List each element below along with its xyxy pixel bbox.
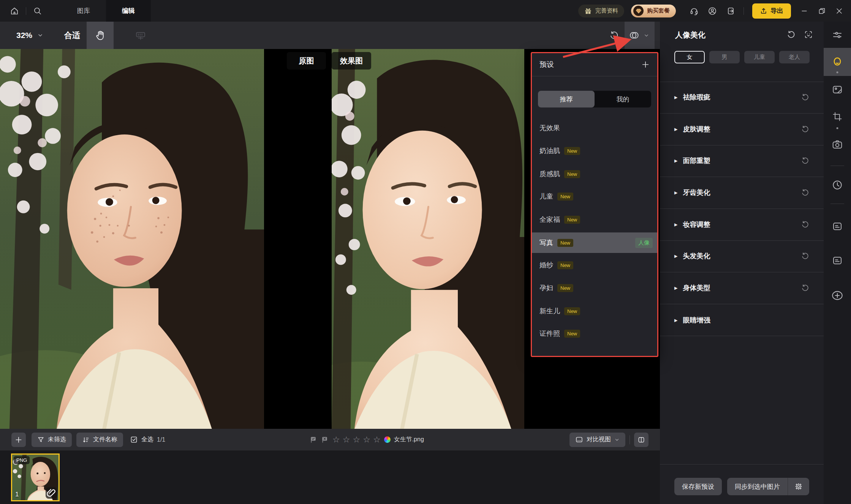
section-reset-icon[interactable]	[801, 125, 809, 133]
camera-raw-tool-button[interactable]	[824, 131, 851, 158]
ruler-icon	[134, 29, 147, 42]
split-view-button[interactable]	[634, 433, 649, 447]
preset-item-child[interactable]: 儿童New	[532, 186, 657, 207]
portrait-beauty-tool-button[interactable]	[824, 48, 851, 76]
star-icon[interactable]: ☆	[353, 435, 360, 445]
complete-profile-button[interactable]: 完善资料	[578, 5, 624, 17]
zoom-level-control[interactable]: 32%	[16, 31, 43, 40]
preset-item-portrait-photo[interactable]: 写真New人像	[532, 232, 657, 253]
home-icon	[10, 6, 19, 16]
star-icon[interactable]: ☆	[373, 435, 381, 445]
add-preset-button[interactable]	[641, 60, 650, 69]
preset-item-wedding[interactable]: 婚纱New	[532, 255, 657, 275]
home-button[interactable]	[6, 3, 23, 19]
preset-tab-mine[interactable]: 我的	[595, 91, 651, 107]
section-teeth-beautify[interactable]: ▶ 牙齿美化	[674, 185, 809, 200]
history-tool-button[interactable]	[824, 172, 851, 198]
caret-right-icon: ▶	[674, 318, 677, 323]
add-image-button[interactable]	[11, 433, 26, 447]
modified-dot	[837, 127, 838, 129]
section-hair-beautify[interactable]: ▶ 头发美化	[674, 248, 809, 264]
sort-button[interactable]: 文件名称	[76, 433, 123, 447]
preset-item-textured-skin[interactable]: 质感肌New	[532, 164, 657, 184]
preset-item-cream-skin[interactable]: 奶油肌New	[532, 141, 657, 161]
section-body-shape[interactable]: ▶ 身体美型	[674, 280, 809, 295]
note-icon	[832, 221, 843, 232]
split-view-icon	[637, 436, 645, 444]
add-tool-button[interactable]	[824, 282, 851, 309]
gender-tab-female[interactable]: 女	[674, 51, 705, 63]
section-reset-icon[interactable]	[801, 220, 809, 229]
attachment-button[interactable]	[46, 487, 57, 499]
star-icon[interactable]: ☆	[343, 435, 350, 445]
gender-tab-male[interactable]: 男	[709, 51, 740, 63]
chevron-down-icon	[614, 437, 620, 442]
flag-pick-icon[interactable]	[310, 436, 318, 444]
search-button[interactable]	[29, 3, 46, 19]
notes2-tool-button[interactable]	[824, 247, 851, 274]
minimize-button[interactable]	[796, 3, 812, 19]
gender-tab-child[interactable]: 儿童	[744, 51, 775, 63]
image-icon	[832, 84, 843, 95]
section-reset-icon[interactable]	[801, 93, 809, 101]
save-new-preset-button[interactable]: 保存新预设	[674, 478, 722, 495]
section-face-reshape[interactable]: ▶ 面部重塑	[674, 153, 809, 168]
gift-icon	[584, 7, 592, 15]
tab-edit[interactable]: 编辑	[106, 0, 151, 22]
preset-item-id-photo[interactable]: 证件照New	[532, 323, 657, 344]
face-detect-icon[interactable]	[804, 30, 813, 39]
tab-gallery[interactable]: 图库	[61, 0, 106, 22]
hand-tool-button[interactable]	[87, 22, 114, 49]
notes-tool-button[interactable]	[824, 213, 851, 240]
sync-to-selected-button[interactable]: 同步到选中图片	[727, 478, 809, 495]
clock-icon	[832, 179, 843, 191]
panel-divider	[660, 272, 824, 272]
section-reset-icon[interactable]	[801, 252, 809, 260]
panel-reset-icon[interactable]	[786, 30, 796, 39]
adjustments-tool-button[interactable]	[824, 22, 851, 48]
compare-view-dropdown[interactable]: 对比视图	[569, 433, 625, 447]
tab-gallery-label: 图库	[77, 6, 90, 15]
gear-icon	[795, 483, 802, 490]
background-tool-button[interactable]	[824, 76, 851, 103]
star-icon[interactable]: ☆	[332, 435, 340, 445]
preset-item-label: 全家福	[539, 215, 560, 224]
crop-tool-button[interactable]	[824, 103, 851, 130]
section-reset-icon[interactable]	[801, 284, 809, 292]
color-label-icon[interactable]	[384, 436, 391, 443]
section-blemish-removal[interactable]: ▶ 祛除瑕疵	[674, 90, 809, 105]
caret-right-icon: ▶	[674, 222, 677, 227]
logout-button[interactable]	[722, 3, 739, 19]
camera-icon	[832, 139, 843, 150]
purchase-plan-button[interactable]: 购买套餐	[631, 5, 676, 17]
preset-item-none[interactable]: 无效果	[532, 118, 657, 138]
section-label: 妆容调整	[683, 220, 710, 229]
filter-button[interactable]: 未筛选	[32, 433, 72, 447]
section-reset-icon[interactable]	[801, 188, 809, 197]
support-button[interactable]	[686, 3, 702, 19]
section-reset-icon[interactable]	[801, 156, 809, 165]
panel-footer: 保存新预设 同步到选中图片	[660, 478, 824, 495]
gender-tab-elder[interactable]: 老人	[779, 51, 810, 63]
fit-view-button[interactable]: 合适	[64, 30, 80, 41]
canvas[interactable]: 原图 效果图 预设 推荐 我的 无效果 奶油肌New 质感肌New 儿童New …	[0, 49, 660, 429]
preset-item-newborn[interactable]: 新生儿New	[532, 301, 657, 321]
preset-item-pregnant[interactable]: 孕妇New	[532, 278, 657, 298]
restore-button[interactable]	[814, 3, 830, 19]
section-skin-adjust[interactable]: ▶ 皮肤调整	[674, 122, 809, 137]
sync-settings-button[interactable]	[788, 478, 809, 495]
flag-reject-icon[interactable]	[321, 436, 329, 444]
section-label: 身体美型	[683, 283, 710, 292]
export-button[interactable]: 导出	[752, 3, 791, 19]
preset-tab-recommended[interactable]: 推荐	[538, 91, 595, 107]
effect-label-text: 效果图	[340, 56, 363, 66]
select-all-control[interactable]: 全选 1/1	[130, 436, 165, 444]
account-button[interactable]	[704, 3, 721, 19]
preset-item-family[interactable]: 全家福New	[532, 209, 657, 230]
close-button[interactable]	[831, 3, 847, 19]
star-rating[interactable]: ☆☆☆☆☆	[332, 435, 381, 445]
section-makeup-adjust[interactable]: ▶ 妆容调整	[674, 217, 809, 232]
star-icon[interactable]: ☆	[363, 435, 370, 445]
section-eye-enhance[interactable]: ▶ 眼睛增强	[674, 313, 809, 328]
thumbnail-selected[interactable]: PNG 1	[11, 453, 60, 501]
